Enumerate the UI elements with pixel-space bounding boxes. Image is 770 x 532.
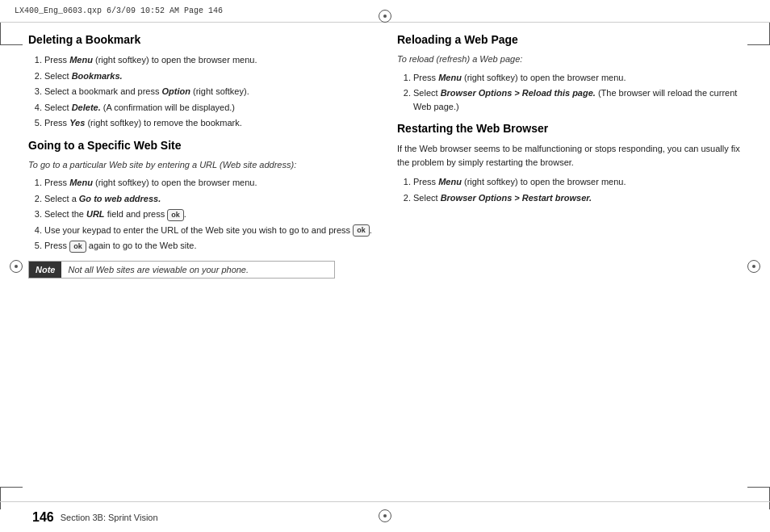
- list-item: Press ok again to go to the Web site.: [44, 239, 373, 253]
- delete-italic: Delete.: [72, 103, 101, 112]
- section-reloading: Reloading a Web Page To reload (refresh)…: [397, 32, 742, 113]
- page: LX400_Eng_0603.qxp 6/3/09 10:52 AM Page …: [0, 0, 770, 532]
- section-subtitle-reloading: To reload (refresh) a Web page:: [397, 53, 742, 65]
- option-italic: Option: [162, 86, 190, 96]
- footer-bar: 146 Section 3B: Sprint Vision: [0, 501, 770, 532]
- list-item: Press Menu (right softkey) to open the b…: [44, 53, 373, 67]
- list-item: Select Delete. (A confirmation will be d…: [44, 101, 373, 115]
- webaddress-steps-list: Press Menu (right softkey) to open the b…: [28, 176, 373, 253]
- menu-italic-4: Menu: [438, 177, 462, 186]
- menu-italic-1: Menu: [69, 55, 93, 65]
- reg-mark-left: [10, 260, 23, 273]
- section-subtitle-webaddress: To go to a particular Web site by enteri…: [28, 159, 373, 171]
- list-item: Select the URL field and press ok.: [44, 207, 373, 221]
- corner-mark-tr: [747, 23, 770, 45]
- section-specific-website: Going to a Specific Web Site To go to a …: [28, 138, 373, 253]
- restarting-steps-list: Press Menu (right softkey) to open the b…: [397, 175, 742, 204]
- list-item: Select a bookmark and press Option (righ…: [44, 85, 373, 98]
- section-deleting-bookmark: Deleting a Bookmark Press Menu (right so…: [28, 32, 373, 130]
- ok-button-3: ok: [69, 241, 86, 253]
- restarting-body: If the Web browser seems to be malfuncti…: [397, 142, 742, 169]
- list-item: Press Yes (right softkey) to remove the …: [44, 116, 373, 130]
- content-area: Deleting a Bookmark Press Menu (right so…: [28, 23, 742, 498]
- columns: Deleting a Bookmark Press Menu (right so…: [28, 23, 742, 498]
- left-column: Deleting a Bookmark Press Menu (right so…: [28, 32, 373, 498]
- menu-italic-3: Menu: [438, 73, 462, 82]
- list-item: Select a Go to web address.: [44, 192, 373, 206]
- section-title-webaddress: Going to a Specific Web Site: [28, 138, 373, 153]
- list-item: Select Browser Options > Restart browser…: [413, 191, 742, 205]
- reg-mark-top: [379, 10, 391, 23]
- footer-section-text: Section 3B: Sprint Vision: [61, 513, 158, 522]
- header-text: LX400_Eng_0603.qxp 6/3/09 10:52 AM Page …: [15, 6, 223, 15]
- note-text: Not all Web sites are viewable on your p…: [61, 262, 255, 278]
- footer-page-number: 146: [32, 510, 54, 525]
- note-label: Note: [29, 262, 61, 278]
- url-italic-1: URL: [86, 209, 105, 219]
- go-to-web-italic: Go to web address.: [79, 194, 161, 203]
- list-item: Select Bookmarks.: [44, 69, 373, 83]
- list-item: Press Menu (right softkey) to open the b…: [44, 176, 373, 190]
- yes-italic: Yes: [69, 118, 85, 128]
- list-item: Press Menu (right softkey) to open the b…: [413, 175, 742, 189]
- list-item: Select Browser Options > Reload this pag…: [413, 86, 742, 113]
- section-title-deleting: Deleting a Bookmark: [28, 32, 373, 47]
- reloading-steps-list: Press Menu (right softkey) to open the b…: [397, 71, 742, 114]
- menu-italic-2: Menu: [69, 178, 93, 187]
- browser-options-restart: Browser Options > Restart browser.: [441, 193, 592, 203]
- bookmarks-italic: Bookmarks.: [72, 71, 123, 81]
- ok-button-2: ok: [353, 224, 370, 237]
- reg-mark-right: [747, 260, 760, 273]
- note-box: Note Not all Web sites are viewable on y…: [28, 261, 335, 279]
- deleting-steps-list: Press Menu (right softkey) to open the b…: [28, 53, 373, 130]
- list-item: Use your keypad to enter the URL of the …: [44, 224, 373, 237]
- right-column: Reloading a Web Page To reload (refresh)…: [397, 32, 742, 498]
- section-title-reloading: Reloading a Web Page: [397, 32, 742, 47]
- browser-options-reload: Browser Options > Reload this page.: [441, 88, 596, 98]
- list-item: Press Menu (right softkey) to open the b…: [413, 71, 742, 85]
- ok-button-1: ok: [167, 209, 184, 221]
- section-title-restarting: Restarting the Web Browser: [397, 121, 742, 136]
- corner-mark-tl: [0, 23, 23, 45]
- section-restarting: Restarting the Web Browser If the Web br…: [397, 121, 742, 204]
